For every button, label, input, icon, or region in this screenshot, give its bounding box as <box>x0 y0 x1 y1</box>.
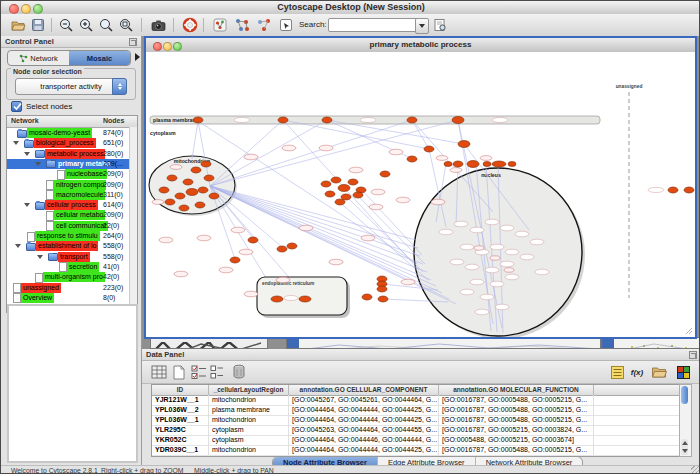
cell-id[interactable]: YPL036W__2 <box>152 405 209 415</box>
network-canvas[interactable]: plasma membrane cytoplasm mitochondrion … <box>146 52 695 337</box>
save-session-icon[interactable] <box>29 16 47 34</box>
cell-molecular-function[interactable]: [GO:0016787, GO:0005488, GO:0005215, G..… <box>439 415 594 425</box>
cell-cellular-component[interactable]: [GO:0045263, GO:0044464, GO:0044455, G..… <box>289 425 439 435</box>
tree-row[interactable]: response to stimulu 264(0) <box>7 231 137 241</box>
tree-row[interactable]: Overview 8(0) <box>7 293 137 303</box>
column-header[interactable] <box>594 385 679 395</box>
cell-id[interactable]: YDR039C__1 <box>152 445 209 455</box>
disclosure-triangle-icon[interactable] <box>24 152 30 156</box>
delete-attribute-icon[interactable] <box>230 363 248 381</box>
cell-molecular-function[interactable]: [GO:0016787, GO:0005488, GO:0005215, G..… <box>439 445 594 455</box>
zoom-out-icon[interactable] <box>57 16 75 34</box>
zoom-fit-icon[interactable] <box>117 16 135 34</box>
cell-id[interactable]: YPL036W__1 <box>152 415 209 425</box>
table-scrollbar[interactable] <box>679 384 692 457</box>
cell-molecular-function[interactable]: [GO:0016787, GO:0005488, GO:0005215, G..… <box>439 405 594 415</box>
search-input[interactable] <box>328 18 418 32</box>
scrollbar-arrows[interactable] <box>681 439 688 455</box>
network-view-titlebar[interactable]: primary metabolic process <box>146 38 695 53</box>
cell-region[interactable]: cytoplasm <box>209 425 289 435</box>
float-panel-icon[interactable] <box>129 38 137 46</box>
cell-region[interactable]: mitochondrion <box>209 445 289 455</box>
tree-row[interactable]: nitrogen compo 209(0) <box>7 180 137 190</box>
cell-molecular-function[interactable]: [GO:0005488, GO:0005215, GO:0003674] <box>439 435 594 445</box>
new-attribute-icon[interactable] <box>170 363 188 381</box>
cell-region[interactable]: plasma membrane <box>209 405 289 415</box>
cell-cellular-component[interactable]: [GO:0044464, GO:0044446, GO:0044444, G..… <box>289 435 439 445</box>
cell-molecular-function[interactable]: [GO:0016787, GO:0005488, GO:0005215, G..… <box>439 395 594 405</box>
disclosure-triangle-icon[interactable] <box>24 203 30 207</box>
cell-molecular-function[interactable]: [GO:0016787, GO:0005215, GO:0003824, G..… <box>439 425 594 435</box>
vizmapper-icon[interactable] <box>211 16 229 34</box>
create-view-icon[interactable] <box>233 16 251 34</box>
window-resize-grip[interactable] <box>691 466 700 474</box>
tree-scrollbar[interactable] <box>129 127 137 312</box>
destroy-view-icon[interactable] <box>255 16 273 34</box>
cell-region[interactable]: mitochondrion <box>209 415 289 425</box>
canvas-resize-grip[interactable] <box>686 328 692 334</box>
cell-region[interactable]: cytoplasm <box>209 435 289 445</box>
cell-id[interactable]: YJR121W__1 <box>152 395 209 405</box>
zoom-in-icon[interactable] <box>77 16 95 34</box>
disclosure-triangle-icon[interactable] <box>15 244 21 248</box>
column-header[interactable]: ID <box>152 385 209 395</box>
disclosure-triangle-icon[interactable] <box>13 141 19 145</box>
cell-cellular-component[interactable]: [GO:0045267, GO:0045261, GO:0044464, G..… <box>289 395 439 405</box>
nucleus-region[interactable] <box>414 168 582 336</box>
network-graph[interactable]: plasma membrane cytoplasm mitochondrion … <box>146 52 695 337</box>
tab-network[interactable]: Network <box>8 51 69 65</box>
tree-row[interactable]: multi-organism pro 42(0) <box>7 272 137 282</box>
select-nodes-checkbox[interactable] <box>11 101 22 112</box>
tab-mosaic[interactable]: Mosaic <box>69 51 130 65</box>
unselect-attributes-icon[interactable] <box>208 363 226 381</box>
tree-row[interactable]: nucleobase- 209(0) <box>7 169 137 179</box>
tab-overflow-arrow-icon[interactable] <box>135 53 140 61</box>
cell-id[interactable]: YLR295C <box>152 425 209 435</box>
node-color-dropdown[interactable]: transporter activity <box>15 78 127 95</box>
column-header[interactable]: _cellularLayoutRegion <box>209 385 289 395</box>
network-tree-header[interactable]: Network Nodes <box>7 116 137 128</box>
float-panel-icon[interactable] <box>689 351 697 359</box>
tree-row[interactable]: secretion 41(0) <box>7 262 137 272</box>
tree-col-nodes[interactable]: Nodes <box>103 117 124 124</box>
snapshot-camera-icon[interactable] <box>149 16 167 34</box>
import-attributes-icon[interactable] <box>650 363 668 381</box>
attribute-matrix-icon[interactable] <box>674 363 692 381</box>
cell-region[interactable]: mitochondrion <box>209 395 289 405</box>
tree-row[interactable]: macromolecule 311(0) <box>7 190 137 200</box>
tree-row[interactable]: transport 558(0) <box>7 252 137 262</box>
tree-col-network[interactable]: Network <box>11 117 39 124</box>
tree-row-selected[interactable]: primary metabo 209(... <box>7 159 137 169</box>
cell-cellular-component[interactable]: [GO:0044464, GO:0044444, GO:0044425, G..… <box>289 445 439 455</box>
column-header[interactable]: annotation.GO MOLECULAR_FUNCTION <box>439 385 594 395</box>
tree-row[interactable]: establishment of lo 558(0) <box>7 241 137 251</box>
tree-row[interactable]: mosaic-demo-yeast 874(0) <box>7 128 137 138</box>
annotation-icon[interactable] <box>277 16 295 34</box>
scroll-down-icon[interactable] <box>682 449 688 453</box>
scrollbar-thumb[interactable] <box>681 386 688 404</box>
cell-id[interactable]: YKR052C <box>152 435 209 445</box>
disclosure-triangle-icon[interactable] <box>37 255 43 259</box>
scroll-up-icon[interactable] <box>682 441 688 445</box>
cell-cellular-component[interactable]: [GO:0044464, GO:0044444, GO:0044425, G..… <box>289 405 439 415</box>
tree-row[interactable]: cell communicat 22(0) <box>7 221 137 231</box>
select-attributes-icon[interactable] <box>190 363 208 381</box>
column-header[interactable]: annotation.GO CELLULAR_COMPONENT <box>289 385 439 395</box>
tree-row[interactable]: cellular process 614(0) <box>7 200 137 210</box>
function-builder-icon[interactable]: f(x) <box>628 363 646 381</box>
help-lifebuoy-icon[interactable] <box>181 16 199 34</box>
open-session-icon[interactable] <box>9 16 27 34</box>
cell-cellular-component[interactable]: [GO:0044464, GO:0044444, GO:0044425, G..… <box>289 415 439 425</box>
attribute-list-icon[interactable] <box>608 363 626 381</box>
tree-row[interactable]: cellular metabo 209(0) <box>7 210 137 220</box>
zoom-selected-icon[interactable] <box>97 16 115 34</box>
birds-eye-view-panel[interactable] <box>7 304 138 463</box>
search-dropdown-button[interactable] <box>415 18 429 34</box>
search-options-icon[interactable] <box>431 16 449 34</box>
table-row[interactable]: YDR039C__1 mitochondrion [GO:0044464, GO… <box>152 445 679 456</box>
tree-row[interactable]: biological_process 651(0) <box>7 138 137 148</box>
attribute-table-icon[interactable] <box>150 363 168 381</box>
tree-row[interactable]: metabolic process 280(0) <box>7 149 137 159</box>
disclosure-triangle-icon[interactable] <box>35 162 41 166</box>
tree-row[interactable]: unassigned 223(0) <box>7 283 137 293</box>
